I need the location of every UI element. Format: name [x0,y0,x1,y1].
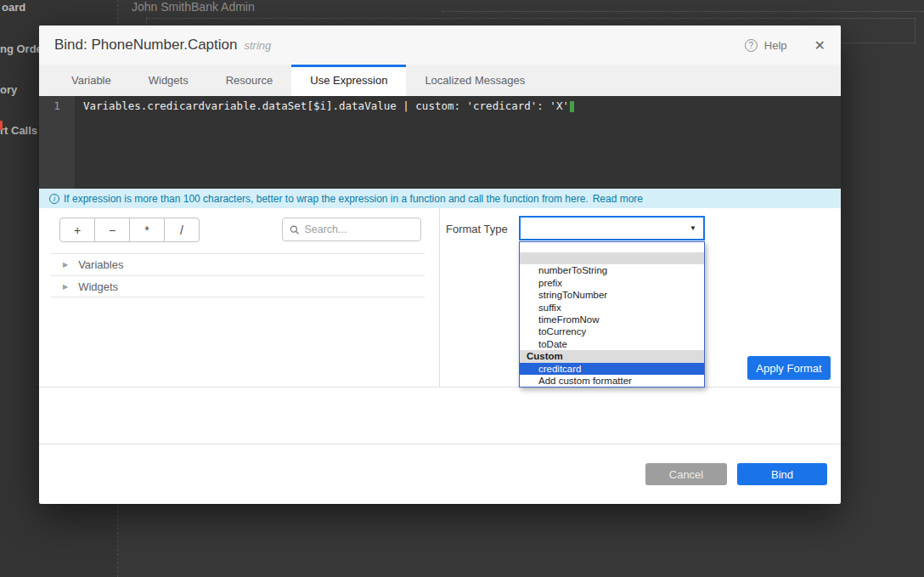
dialog-subtitle: string [244,39,271,52]
widget-outline-top [442,11,924,12]
dropdown-option-suffix[interactable]: suffix [520,302,704,314]
editor-cursor [570,101,574,112]
tree-item-label: Variables [78,258,123,271]
help-icon[interactable]: ? [745,39,758,52]
apply-format-button[interactable]: Apply Format [747,356,831,380]
search-input[interactable] [304,223,414,235]
read-more-link[interactable]: Read more [593,193,643,205]
content-bottom-divider [39,387,841,387]
dropdown-option-prefix[interactable]: prefix [520,277,704,289]
dropdown-option-numbertostring[interactable]: numberToString [520,264,704,276]
dropdown-option-timefromnow[interactable]: timeFromNow [520,314,704,325]
dropdown-option-empty[interactable] [520,242,704,252]
dialog-title: Bind: PhoneNumber.Caption [54,37,237,54]
user-label: John SmithBank Admin [132,0,255,14]
bind-source-tree: ▶ Variables ▶ Widgets [51,253,425,297]
dialog-header: Bind: PhoneNumber.Caption string ? Help … [39,25,841,65]
dropdown-option-stringtonumber[interactable]: stringToNumber [520,289,704,301]
sidebar-red-marker [0,121,3,130]
expression-text: Variables.credicardvariable.dataSet[$i].… [83,99,569,112]
bind-dialog: Bind: PhoneNumber.Caption string ? Help … [39,25,841,504]
tab-localized-messages[interactable]: Localized Messages [406,65,544,96]
search-box [282,218,421,241]
close-icon[interactable]: ✕ [814,37,825,54]
format-type-select[interactable]: ▼ [519,216,705,240]
dropdown-option-tocurrency[interactable]: toCurrency [520,325,704,337]
tree-item-label: Widgets [78,280,118,293]
tab-use-expression[interactable]: Use Expression [291,65,406,96]
dropdown-option-add-custom-formatter[interactable]: Add custom formatter [520,375,704,387]
operator-buttons: + − * / [59,218,200,242]
panel-divider [439,208,440,387]
format-type-label: Format Type [446,223,508,235]
tab-resource[interactable]: Resource [207,65,292,96]
dropdown-option-todate[interactable]: toDate [520,338,704,350]
editor-line-number: 1 [39,96,75,189]
tab-variable[interactable]: Variable [53,65,130,96]
format-type-dropdown: numberToString prefix stringToNumber suf… [519,241,705,387]
search-icon [290,224,299,235]
dropdown-option-creditcard[interactable]: creditcard [520,363,704,375]
minus-operator-button[interactable]: − [94,218,130,242]
sidebar-item-dashboard[interactable]: oard [2,1,120,14]
tree-item-widgets[interactable]: ▶ Widgets [51,275,425,297]
info-text: If expression is more than 100 character… [64,193,589,205]
chevron-right-icon[interactable]: ▶ [63,283,68,291]
help-link[interactable]: Help [764,39,787,52]
editor-code-line[interactable]: Variables.credicardvariable.dataSet[$i].… [75,96,574,189]
plus-operator-button[interactable]: + [59,218,95,242]
tree-item-variables[interactable]: ▶ Variables [51,253,425,275]
chevron-right-icon[interactable]: ▶ [63,261,68,269]
dropdown-group-blank [520,252,704,264]
chevron-down-icon: ▼ [690,224,696,232]
multiply-operator-button[interactable]: * [129,218,165,242]
cancel-button[interactable]: Cancel [645,463,727,485]
dropdown-group-custom: Custom [520,350,704,362]
bind-button[interactable]: Bind [737,463,827,485]
divide-operator-button[interactable]: / [164,218,200,242]
dialog-tabbar: Variable Widgets Resource Use Expression… [39,65,841,96]
app-background: oard ng Order ory rt Calls John SmithBan… [0,0,924,577]
tab-widgets[interactable]: Widgets [130,65,207,96]
expression-editor[interactable]: 1 Variables.credicardvariable.dataSet[$i… [39,96,841,189]
footer-divider [39,444,841,444]
info-icon: i [49,194,59,204]
info-banner: i If expression is more than 100 charact… [39,189,841,208]
